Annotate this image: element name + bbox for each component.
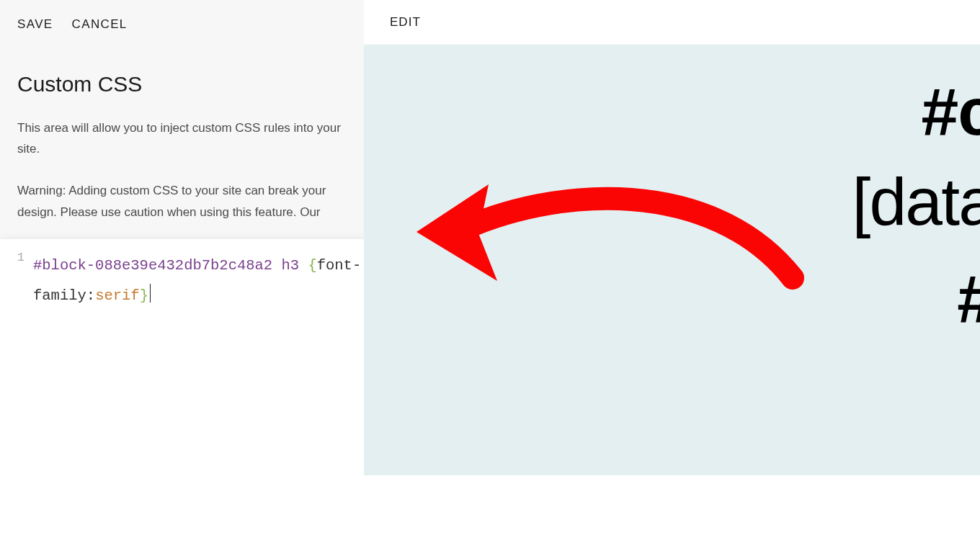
line-gutter: 1 (0, 239, 30, 551)
panel-actions: SAVE CANCEL (0, 0, 364, 32)
panel-description: This area will allow you to inject custo… (0, 97, 364, 160)
code-brace-open: { (308, 257, 316, 274)
preview-heading-3: # (957, 261, 980, 338)
code-brace-close: } (140, 287, 148, 304)
cancel-button[interactable]: CANCEL (72, 17, 128, 32)
preview-toolbar: EDIT (364, 0, 980, 45)
code-value: serif (95, 287, 140, 304)
text-cursor (150, 284, 151, 303)
edit-button[interactable]: EDIT (390, 15, 421, 30)
panel-warning: Warning: Adding custom CSS to your site … (0, 160, 364, 223)
preview-heading-1: #c (921, 73, 980, 151)
site-preview[interactable]: #c [data # (364, 45, 980, 475)
preview-panel: EDIT #c [data # (364, 0, 980, 551)
save-button[interactable]: SAVE (17, 17, 53, 32)
line-number: 1 (17, 251, 24, 264)
code-property-part2: family: (33, 287, 95, 304)
preview-heading-2: [data (852, 163, 980, 241)
code-selector: #block-088e39e432db7b2c48a2 h3 (33, 257, 308, 274)
code-property-part1: font- (317, 257, 362, 274)
panel-title: Custom CSS (0, 32, 364, 97)
